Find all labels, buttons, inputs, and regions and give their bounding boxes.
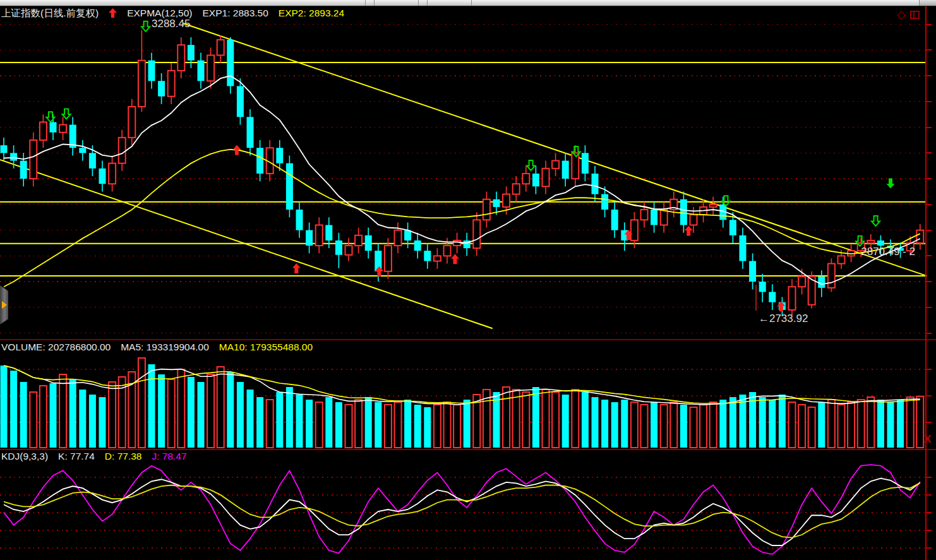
volume-bar-down (335, 402, 342, 448)
candle-body-up (798, 277, 805, 287)
volume-bar-down (897, 400, 904, 448)
volume-bar-down (769, 400, 776, 448)
volume-bar-down (464, 400, 471, 448)
volume-ma5-value: MA5: 193319904.00 (121, 342, 209, 352)
candle-body-down (680, 200, 687, 225)
candle-body-up (828, 264, 835, 288)
candle-body-down (493, 200, 500, 207)
candle-body-down (247, 117, 254, 148)
candle-body-down (592, 174, 599, 194)
kdj-title[interactable]: KDJ(9,3,3) (1, 451, 48, 462)
exp2-value: EXP2: 2893.24 (279, 8, 344, 18)
candle-body-down (227, 40, 234, 86)
candle-body-down (749, 261, 756, 282)
kdj-j-value: J: 78.47 (152, 451, 186, 462)
kdj-layer (4, 465, 920, 554)
volume-bar-up (434, 405, 441, 448)
volume-bar-up (444, 402, 451, 448)
sell-signal-arrow-icon (63, 109, 71, 119)
candle-body-down (759, 282, 766, 292)
volume-bar-up (217, 367, 224, 448)
candle-body-up (444, 246, 451, 256)
candle-body-up (168, 71, 175, 97)
volume-bar-up (808, 407, 815, 448)
diamond-icon[interactable]: ◇ (897, 9, 906, 20)
volume-bar-up (631, 402, 638, 448)
split-window-icon[interactable] (910, 11, 920, 19)
volume-bar-up (828, 400, 835, 448)
buy-signal-arrow-icon (292, 263, 301, 273)
volume-ma10-value: MA10: 179355488.00 (219, 342, 313, 352)
volume-bar-up (40, 386, 47, 448)
candle-body-down (582, 153, 589, 174)
volume-bar-down (227, 372, 234, 448)
candle-body-up (345, 246, 352, 255)
volume-bar-down (276, 392, 283, 448)
expand-arrow-icon (2, 301, 7, 309)
price-axis (926, 6, 932, 560)
sell-signal-arrow-icon (527, 160, 535, 170)
volume-bar-up (543, 390, 549, 448)
candle-body-down (365, 235, 372, 251)
volume-bar-down (158, 374, 165, 448)
exp1-value: EXP1: 2883.50 (203, 8, 268, 18)
candle-body-down (286, 164, 293, 210)
candle-body-up (119, 138, 126, 164)
candle-body-down (740, 235, 747, 261)
volume-bar-down (20, 382, 27, 448)
symbol-title[interactable]: 上证指数(日线.前复权) (1, 8, 99, 18)
volume-bar-down (611, 402, 618, 448)
volume-bar-down (877, 400, 884, 448)
candle-body-up (916, 230, 923, 243)
sell-signal-arrow-icon (872, 216, 880, 226)
top-strip-separator (471, 0, 472, 6)
candle-body-up (30, 140, 37, 179)
candle-body-down (611, 210, 618, 230)
volume-bar-down (779, 395, 786, 448)
candle-body-down (424, 251, 431, 261)
candle-body-up (128, 107, 135, 138)
candle-body-up (690, 215, 697, 225)
candle-body-down (404, 230, 411, 241)
candle-body-down (335, 241, 342, 255)
top-strip-separator (418, 0, 419, 6)
volume-bar-down (198, 382, 205, 448)
price-range-label: 2870.49 - 2 (861, 246, 915, 258)
markers-layer (46, 21, 894, 311)
close-pane-icon[interactable]: X (924, 434, 931, 444)
volume-bar-up (168, 379, 175, 448)
candle-body-down (99, 169, 106, 184)
volume-bar-up (453, 405, 460, 448)
candle-body-down (1, 145, 8, 153)
exp2-line (4, 150, 920, 287)
top-strip-separator (427, 0, 428, 6)
candle-body-up (572, 153, 579, 179)
candle-body-up (453, 241, 460, 246)
candle-body-down (188, 45, 195, 60)
volume-bar-down (69, 379, 76, 448)
volume-bar-up (661, 405, 668, 448)
candle-body-up (543, 169, 549, 187)
volume-bar-down (729, 397, 736, 448)
volume-bar-down (286, 387, 293, 448)
trendline[interactable] (183, 23, 927, 276)
candle-body-up (789, 287, 796, 310)
main-pane-header: 上证指数(日线.前复权)EXPMA(12,50)EXP1: 2883.50EXP… (1, 7, 354, 20)
candle-body-up (867, 241, 874, 243)
volume-bar-down (237, 382, 244, 448)
volume-bar-up (355, 400, 362, 448)
volume-bar-up (395, 402, 402, 448)
kdj-k-value: K: 77.74 (58, 451, 95, 462)
candle-body-up (710, 205, 717, 207)
volume-bar-down (532, 387, 539, 448)
volume-bar-up (207, 374, 214, 448)
volume-bar-down (148, 364, 155, 448)
pane-corner-icons: ◇ (897, 8, 920, 21)
indicator-name[interactable]: EXPMA(12,50) (127, 8, 192, 18)
candle-body-down (79, 148, 86, 153)
volume-bar-up (838, 405, 845, 448)
left-panel-expander[interactable] (0, 285, 8, 325)
volume-bar-down (79, 390, 86, 448)
candle-body-up (522, 174, 529, 184)
volume-pane-header: VOLUME: 202786800.00MA5: 193319904.00MA1… (1, 342, 323, 353)
